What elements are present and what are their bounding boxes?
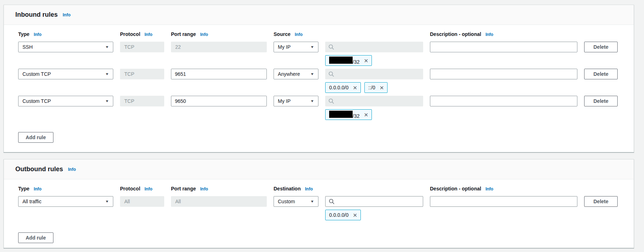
column-header-description: Description - optional Info bbox=[430, 186, 577, 191]
add-rule-button[interactable]: Add rule bbox=[18, 232, 53, 243]
search-icon bbox=[329, 199, 334, 204]
column-label: Source bbox=[274, 31, 290, 37]
protocol-field: TCP bbox=[120, 69, 164, 79]
source-search-input bbox=[325, 42, 423, 52]
select-value: Anywhere bbox=[278, 71, 300, 77]
info-link[interactable]: Info bbox=[200, 187, 208, 191]
remove-tag-icon[interactable]: ✕ bbox=[364, 58, 368, 63]
description-input[interactable] bbox=[430, 69, 577, 79]
search-text-input bbox=[337, 42, 420, 52]
select-value: All traffic bbox=[22, 199, 41, 204]
delete-rule-button[interactable]: Delete bbox=[584, 42, 618, 52]
source-select[interactable]: My IP ▼ bbox=[274, 42, 318, 52]
remove-tag-icon[interactable]: ✕ bbox=[353, 212, 358, 218]
outbound-panel-header: Outbound rules Info bbox=[4, 159, 634, 179]
info-link[interactable]: Info bbox=[295, 32, 302, 37]
select-value: My IP bbox=[278, 44, 291, 50]
port-range-field: 22 bbox=[171, 42, 267, 52]
outbound-panel-title: Outbound rules bbox=[15, 166, 63, 173]
source-tags: /32 ✕ bbox=[325, 109, 423, 120]
column-header-port-range: Port range Info bbox=[171, 31, 267, 37]
inbound-panel-title: Inbound rules bbox=[15, 11, 58, 19]
add-rule-button[interactable]: Add rule bbox=[18, 132, 53, 143]
select-value: Custom TCP bbox=[22, 98, 51, 104]
search-text-input bbox=[337, 69, 420, 79]
column-header-port-range: Port range Info bbox=[171, 186, 267, 191]
chevron-down-icon: ▼ bbox=[105, 200, 109, 203]
info-link[interactable]: Info bbox=[34, 32, 42, 37]
outbound-rule-row-1: All traffic ▼ All All Custom ▼ Delete 0.… bbox=[18, 196, 634, 220]
source-tags: /32 ✕ bbox=[325, 55, 423, 66]
tag-text: 0.0.0.0/0 bbox=[329, 212, 349, 218]
protocol-field: TCP bbox=[120, 96, 164, 106]
info-link[interactable]: Info bbox=[68, 167, 76, 172]
chevron-down-icon: ▼ bbox=[310, 200, 315, 203]
description-input[interactable] bbox=[430, 96, 577, 106]
type-select[interactable]: Custom TCP ▼ bbox=[18, 69, 113, 79]
info-link[interactable]: Info bbox=[145, 187, 152, 191]
remove-tag-icon[interactable]: ✕ bbox=[380, 85, 384, 90]
inbound-column-headers: Type Info Protocol Info Port range Info … bbox=[18, 31, 634, 42]
port-range-input[interactable] bbox=[171, 96, 267, 106]
redacted-ip bbox=[329, 57, 353, 64]
inbound-rule-row-1: SSH ▼ TCP 22 My IP ▼ Delete /32 ✕ bbox=[18, 42, 634, 66]
type-select[interactable]: All traffic ▼ bbox=[18, 196, 113, 207]
info-link[interactable]: Info bbox=[200, 32, 208, 37]
remove-tag-icon[interactable]: ✕ bbox=[353, 85, 358, 90]
column-header-source: Source Info bbox=[274, 31, 318, 37]
column-label: Description - optional bbox=[430, 31, 481, 37]
type-select[interactable]: Custom TCP ▼ bbox=[18, 96, 113, 106]
search-icon bbox=[328, 71, 334, 77]
delete-rule-button[interactable]: Delete bbox=[584, 96, 618, 106]
description-input[interactable] bbox=[430, 196, 577, 207]
info-link[interactable]: Info bbox=[145, 32, 152, 37]
info-link[interactable]: Info bbox=[485, 32, 493, 37]
info-link[interactable]: Info bbox=[63, 13, 71, 17]
destination-search-input[interactable] bbox=[325, 196, 423, 207]
source-search-input bbox=[325, 69, 423, 79]
source-select[interactable]: My IP ▼ bbox=[274, 96, 318, 106]
remove-tag-icon[interactable]: ✕ bbox=[364, 112, 368, 117]
port-range-input[interactable] bbox=[171, 69, 267, 79]
info-link[interactable]: Info bbox=[485, 187, 493, 191]
inbound-panel-body: Type Info Protocol Info Port range Info … bbox=[4, 25, 634, 143]
column-label: Type bbox=[18, 31, 30, 37]
chevron-down-icon: ▼ bbox=[310, 72, 315, 76]
outbound-panel-body: Type Info Protocol Info Port range Info … bbox=[4, 179, 634, 243]
delete-rule-button[interactable]: Delete bbox=[584, 69, 618, 79]
redacted-ip bbox=[329, 111, 353, 118]
source-search-input bbox=[325, 96, 423, 106]
outbound-rules-panel: Outbound rules Info Type Info Protocol I… bbox=[4, 159, 634, 248]
chevron-down-icon: ▼ bbox=[310, 99, 315, 103]
info-link[interactable]: Info bbox=[34, 187, 42, 191]
cidr-suffix: /32 bbox=[353, 113, 359, 119]
inbound-rule-row-2: Custom TCP ▼ TCP Anywhere ▼ Delete 0.0.0… bbox=[18, 69, 634, 93]
chevron-down-icon: ▼ bbox=[105, 45, 109, 49]
column-label: Protocol bbox=[120, 186, 140, 191]
type-select[interactable]: SSH ▼ bbox=[18, 42, 113, 52]
tag-text: /32 bbox=[329, 111, 359, 119]
select-value: Custom bbox=[278, 199, 295, 204]
inbound-rules-panel: Inbound rules Info Type Info Protocol In… bbox=[4, 5, 634, 152]
cidr-tag: 0.0.0.0/0 ✕ bbox=[325, 210, 361, 220]
tag-text: 0.0.0.0/0 bbox=[329, 85, 349, 90]
source-select[interactable]: Anywhere ▼ bbox=[274, 69, 318, 79]
search-text-input bbox=[337, 96, 420, 106]
column-header-protocol: Protocol Info bbox=[120, 31, 164, 37]
description-input[interactable] bbox=[430, 42, 577, 52]
destination-select[interactable]: Custom ▼ bbox=[274, 196, 318, 207]
inbound-panel-header: Inbound rules Info bbox=[4, 5, 634, 25]
chevron-down-icon: ▼ bbox=[105, 72, 109, 76]
delete-rule-button[interactable]: Delete bbox=[584, 196, 618, 207]
inbound-rule-row-3: Custom TCP ▼ TCP My IP ▼ Delete /32 ✕ bbox=[18, 96, 634, 120]
select-value: Custom TCP bbox=[22, 71, 51, 77]
column-header-type: Type Info bbox=[18, 31, 113, 37]
column-header-protocol: Protocol Info bbox=[120, 186, 164, 191]
port-range-field: All bbox=[171, 196, 267, 207]
info-link[interactable]: Info bbox=[305, 187, 313, 191]
outbound-column-headers: Type Info Protocol Info Port range Info … bbox=[18, 186, 634, 196]
select-value: SSH bbox=[22, 44, 33, 50]
column-label: Destination bbox=[274, 186, 301, 191]
search-text-input[interactable] bbox=[337, 197, 420, 206]
select-value: My IP bbox=[278, 98, 291, 104]
